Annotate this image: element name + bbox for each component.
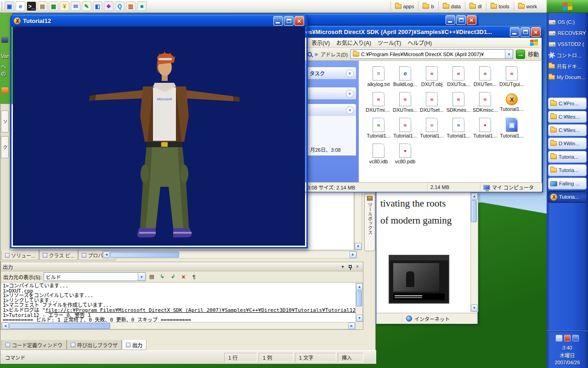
toolbar-folder-shortcut[interactable]: dl [465, 1, 486, 12]
file-item[interactable]: «DXUTca... [445, 66, 472, 92]
menu-item[interactable]: ツール(T) [374, 38, 404, 47]
taskbar-window-button[interactable]: C:¥files... [548, 111, 587, 123]
toolbar-overflow-chevron[interactable]: » [315, 51, 318, 58]
scrollbar-thumb[interactable] [471, 200, 477, 222]
file-item[interactable]: XTutorial1... [498, 92, 525, 118]
go-button[interactable] [516, 50, 525, 59]
build-log-link[interactable]: file://c:¥Program Files¥Microsoft Direct… [45, 307, 356, 313]
vs-pane-tab[interactable]: クラス ビ... [39, 250, 78, 260]
background-window-titlebar[interactable] [302, 14, 479, 26]
address-input[interactable]: C:¥Program Files¥Microsoft DirectX SDK (… [351, 49, 513, 59]
taskbar-desktop-item[interactable]: VSSTDD2 ( [548, 39, 586, 50]
search-q-icon[interactable]: Q [115, 1, 124, 11]
minimize-button[interactable] [446, 15, 455, 25]
taskbar-desktop-item[interactable]: RECOVERY [548, 28, 586, 39]
file-item[interactable]: «DXUT.obj [418, 66, 445, 92]
collapse-chevron-icon[interactable] [346, 69, 354, 77]
scrollbar-thumb[interactable] [356, 291, 362, 306]
scroll-right-arrow[interactable]: ► [350, 251, 356, 258]
output-horizontal-scrollbar[interactable]: ◄ ► [1, 322, 356, 329]
spreadsheet-icon[interactable]: ▦ [49, 1, 58, 11]
file-item[interactable]: ▣Tutorial1... [498, 118, 525, 144]
menu-item[interactable]: ヘルプ(H) [404, 38, 435, 47]
office-icon[interactable]: ■ [137, 1, 147, 11]
close-button[interactable] [531, 27, 541, 37]
task-pane-section-header[interactable] [307, 87, 356, 99]
vs-pane-tab[interactable]: ソリュー... [1, 250, 39, 260]
close-panel-button[interactable]: × [354, 263, 361, 270]
clear-all-button[interactable] [179, 272, 188, 281]
file-item[interactable]: «DXUTset... [418, 92, 445, 118]
taskbar-window-button[interactable]: C:¥files... [548, 124, 587, 136]
vs-side-tab-classview[interactable]: ク [1, 136, 9, 158]
scroll-down-arrow[interactable]: ▼ [355, 243, 362, 250]
scroll-down-arrow[interactable]: ▼ [356, 315, 363, 322]
taskbar-desktop-item[interactable]: 共有ドキュメン [548, 61, 586, 72]
maximize-button[interactable] [284, 16, 294, 26]
toolbar-grip[interactable] [1, 2, 3, 11]
next-message-button[interactable] [158, 272, 167, 281]
scroll-left-arrow[interactable]: ◄ [103, 251, 110, 258]
clock-time[interactable]: 3:40 [562, 345, 572, 351]
address-dropdown-arrow[interactable] [505, 50, 513, 58]
task-pane-section-header[interactable]: タスク [307, 67, 356, 79]
cmd-icon[interactable]: >_ [27, 1, 36, 11]
chart-icon[interactable]: ◧ [93, 1, 102, 11]
scrollbar-thumb[interactable] [110, 252, 179, 258]
window-position-button[interactable]: ▾ [339, 263, 346, 270]
file-item[interactable]: «DXUTres... [392, 92, 418, 118]
vs-side-tab-solution[interactable]: ソ [1, 110, 9, 132]
explorer-titlebar[interactable]: es¥Microsoft DirectX SDK (April 2007)¥Sa… [303, 26, 543, 38]
finance-icon[interactable]: ¥ [60, 1, 69, 11]
toolbar-folder-shortcut[interactable]: data [438, 1, 465, 12]
vs-bottom-tab[interactable]: 出力 [122, 340, 147, 350]
file-item[interactable]: ●Tutorial1... [472, 118, 498, 144]
file-item[interactable]: «DXUTen... [472, 66, 498, 92]
vs-bottom-tab[interactable]: 呼び出しブラウザ [67, 340, 122, 350]
file-item[interactable]: ●vc80.pdb [392, 144, 418, 169]
taskbar-window-button[interactable]: Tutoria... [548, 151, 587, 163]
scroll-right-arrow[interactable]: ► [348, 322, 355, 329]
tutorial12-titlebar[interactable]: Tutorial12 [11, 15, 306, 27]
minimize-button[interactable] [510, 27, 520, 37]
browser-vertical-scrollbar[interactable]: ▲ ▼ [470, 192, 478, 312]
editor-icon[interactable]: ✎ [82, 1, 91, 11]
output-source-dropdown[interactable]: ビルド [44, 272, 146, 281]
collapse-chevron-icon[interactable] [346, 106, 354, 114]
file-item[interactable]: ≡alkylog.txt [365, 66, 392, 92]
desktop-shortcut-icon[interactable] [1, 87, 8, 93]
journal-icon[interactable]: ▤ [38, 1, 47, 11]
vs-toolbox-tab[interactable]: ツールボックス [364, 194, 375, 251]
close-button[interactable] [294, 16, 304, 26]
maximize-button[interactable] [456, 15, 466, 25]
file-item[interactable]: «SDKmisc... [472, 92, 498, 118]
tray-network-icon[interactable] [572, 335, 579, 341]
desktop-shortcut-icon[interactable] [1, 37, 8, 43]
start-button[interactable] [547, 0, 588, 13]
scroll-up-arrow[interactable]: ▲ [356, 283, 363, 290]
search-icon[interactable] [307, 52, 312, 57]
scroll-left-arrow[interactable]: ◄ [2, 322, 9, 329]
scroll-up-arrow[interactable]: ▲ [471, 193, 478, 200]
ie-icon[interactable]: e [16, 1, 25, 11]
mail-icon[interactable]: ✉ [71, 1, 80, 11]
scroll-down-arrow[interactable]: ▼ [471, 305, 478, 311]
tray-alert-icon[interactable] [564, 335, 571, 341]
auto-hide-pin-button[interactable] [346, 263, 354, 270]
taskbar-window-button[interactable]: C:¥Pro... [548, 98, 587, 109]
file-item[interactable]: «Tutorial1... [418, 118, 445, 144]
vs-bottom-tab[interactable]: コード定義ウィンドウ [1, 340, 67, 350]
show-desktop-icon[interactable]: ▣ [5, 1, 14, 11]
dropdown-arrow-icon[interactable] [138, 273, 145, 281]
toolbar-folder-shortcut[interactable]: tools [486, 1, 514, 12]
task-pane-section-header[interactable] [307, 104, 356, 116]
file-item[interactable]: «DXUTmis... [365, 92, 392, 118]
file-item[interactable]: «Tutorial1... [365, 118, 392, 144]
file-item[interactable]: «Tutorial1... [445, 118, 472, 144]
render-viewport[interactable]: Microsoft [13, 27, 305, 246]
build-output-log[interactable]: 1>コンパイルしています...1>DXUT.cpp1>リソースをコンパイルしてい… [1, 283, 356, 322]
word-wrap-button[interactable] [190, 272, 198, 281]
taskbar-desktop-item[interactable]: コントロール パ [548, 50, 586, 61]
app-window-icon[interactable]: ❖ [104, 1, 113, 11]
file-item[interactable]: «Tutorial1... [392, 118, 418, 144]
